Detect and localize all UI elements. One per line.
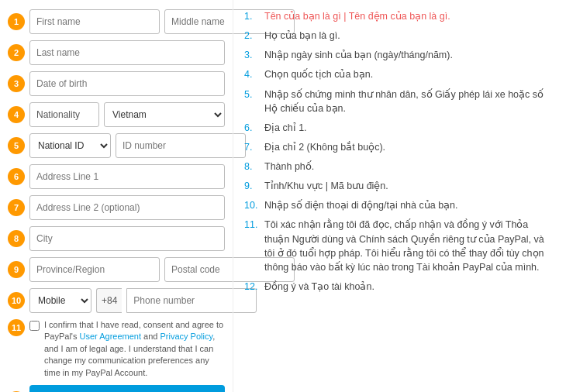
step-badge-2: 2: [8, 44, 25, 61]
terms-checkbox[interactable]: [29, 321, 40, 331]
instruction-text: Nhập số điện thoại di động/tại nhà của b…: [264, 198, 458, 212]
nationality-label: Nationality: [29, 102, 99, 127]
instruction-number: 11.: [244, 218, 260, 274]
checkbox-wrapper: I confirm that I have read, consent and …: [29, 319, 225, 379]
instruction-number: 5.: [244, 88, 260, 115]
instructions-list: 1.Tên của bạn là gì | Tên đệm của bạn là…: [244, 9, 555, 294]
agree-create-account-button[interactable]: Agree and Create Account: [29, 385, 225, 392]
step-badge-6: 6: [8, 168, 25, 185]
checkbox-row: 11 I confirm that I have read, consent a…: [8, 319, 225, 379]
instruction-highlight: Tên của bạn là gì | Tên đệm của bạn là g…: [264, 11, 450, 22]
instruction-item: 5.Nhập số chứng minh thư nhân dân, số Gi…: [244, 88, 555, 115]
instruction-number: 8.: [244, 160, 260, 174]
step-badge-10: 10: [8, 292, 25, 309]
address2-input[interactable]: [29, 195, 225, 220]
name-row: 1: [8, 9, 225, 34]
last-name-input[interactable]: [29, 40, 225, 65]
instruction-item: 1.Tên của bạn là gì | Tên đệm của bạn là…: [244, 9, 555, 23]
instruction-text: Địa chỉ 2 (Không bắt buộc).: [264, 140, 385, 154]
last-name-row: 2: [8, 40, 225, 65]
user-agreement-link[interactable]: User Agreement: [80, 332, 141, 341]
instruction-item: 8.Thành phố.: [244, 160, 555, 174]
address1-input[interactable]: [29, 164, 225, 189]
agree-row: 12 Agree and Create Account: [8, 385, 225, 392]
step-badge-3: 3: [8, 75, 25, 92]
instruction-item: 7.Địa chỉ 2 (Không bắt buộc).: [244, 140, 555, 154]
instruction-text: Nhập ngày sinh của bạn (ngày/tháng/năm).: [264, 48, 453, 62]
step-badge-8: 8: [8, 230, 25, 247]
instruction-number: 4.: [244, 67, 260, 81]
instruction-number: 9.: [244, 179, 260, 193]
instructions-panel: 1.Tên của bạn là gì | Tên đệm của bạn là…: [233, 0, 566, 392]
step-badge-7: 7: [8, 199, 25, 216]
step-badge-5: 5: [8, 137, 25, 154]
phone-wrapper: Mobile Home +84: [29, 288, 257, 313]
instruction-item: 10.Nhập số điện thoại di động/tại nhà củ…: [244, 198, 555, 212]
instruction-text: Tôi xác nhận rằng tôi đã đọc, chấp nhận …: [264, 218, 555, 274]
step-badge-11: 11: [8, 319, 25, 336]
city-input[interactable]: [29, 226, 225, 251]
province-input[interactable]: [29, 257, 160, 282]
instruction-text: Thành phố.: [264, 160, 314, 174]
instruction-item: 4.Chọn quốc tịch của bạn.: [244, 67, 555, 81]
instruction-text: Tỉnh/Khu vực | Mã bưu điện.: [264, 179, 388, 193]
city-row: 8: [8, 226, 225, 251]
national-id-wrapper: National ID Passport Driver License: [29, 133, 246, 158]
first-name-input[interactable]: [29, 9, 160, 34]
instruction-number: 10.: [244, 198, 260, 212]
id-number-input[interactable]: [116, 133, 246, 158]
dob-row: 3: [8, 71, 225, 96]
instruction-item: 2.Họ của bạn là gì.: [244, 29, 555, 43]
instruction-item: 6.Địa chỉ 1.: [244, 121, 555, 135]
instruction-number: 12.: [244, 280, 260, 294]
national-id-row: 5 National ID Passport Driver License: [8, 133, 225, 158]
phone-row: 10 Mobile Home +84: [8, 288, 225, 313]
address1-row: 6: [8, 164, 225, 189]
instruction-item: 9.Tỉnh/Khu vực | Mã bưu điện.: [244, 179, 555, 193]
instruction-text: Chọn quốc tịch của bạn.: [264, 67, 373, 81]
instruction-number: 2.: [244, 29, 260, 43]
instruction-text: Địa chỉ 1.: [264, 121, 307, 135]
instruction-text: Nhập số chứng minh thư nhân dân, số Giấy…: [264, 88, 555, 115]
terms-text: I confirm that I have read, consent and …: [44, 319, 225, 379]
phone-prefix: +84: [96, 288, 122, 313]
step-badge-9: 9: [8, 261, 25, 278]
id-type-select[interactable]: National ID Passport Driver License: [29, 133, 111, 158]
instruction-text: Họ của bạn là gì.: [264, 29, 340, 43]
privacy-policy-link[interactable]: Privacy Policy: [160, 332, 212, 341]
instruction-number: 6.: [244, 121, 260, 135]
instruction-number: 1.: [244, 9, 260, 23]
instruction-item: 11.Tôi xác nhận rằng tôi đã đọc, chấp nh…: [244, 218, 555, 274]
nationality-wrapper: Nationality Vietnam: [29, 102, 225, 127]
phone-type-select[interactable]: Mobile Home: [29, 288, 91, 313]
instruction-number: 3.: [244, 48, 260, 62]
step-badge-1: 1: [8, 13, 25, 30]
instruction-item: 3.Nhập ngày sinh của bạn (ngày/tháng/năm…: [244, 48, 555, 62]
address2-row: 7: [8, 195, 225, 220]
nationality-row: 4 Nationality Vietnam: [8, 102, 225, 127]
instruction-text: Đồng ý và Tạo tài khoản.: [264, 280, 374, 294]
dob-input[interactable]: [29, 71, 225, 96]
step-badge-4: 4: [8, 106, 25, 123]
form-panel: 1 2 3 4 Nationality Vietnam 5 National I…: [0, 0, 233, 392]
province-row: 9: [8, 257, 225, 282]
instruction-item: 12.Đồng ý và Tạo tài khoản.: [244, 280, 555, 294]
instruction-text: Tên của bạn là gì | Tên đệm của bạn là g…: [264, 9, 450, 23]
instruction-number: 7.: [244, 140, 260, 154]
nationality-select[interactable]: Vietnam: [104, 102, 225, 127]
